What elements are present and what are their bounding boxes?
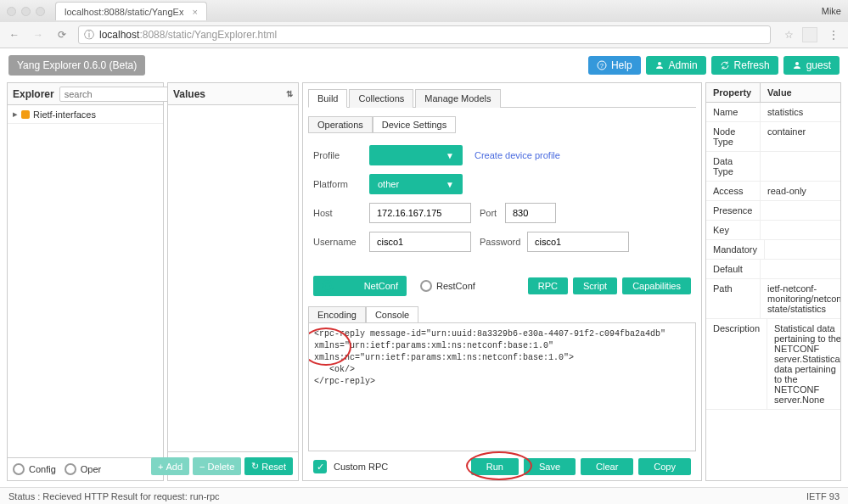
prop-value: Statistical data pertaining to the NETCO… — [767, 319, 840, 409]
restconf-radio[interactable]: RestConf — [420, 280, 475, 292]
url-port: :8088 — [139, 29, 165, 41]
property-row: Namestatistics — [706, 103, 840, 122]
sort-icon[interactable]: ⇅ — [286, 89, 293, 98]
explorer-head: Explorer — [8, 83, 163, 105]
address-bar: ← → ⟳ ⓘ localhost:8088/static/YangExplor… — [0, 22, 848, 48]
port-label: Port — [480, 208, 505, 218]
tab-collections[interactable]: Collections — [349, 89, 413, 108]
console-output[interactable]: <rpc-reply message-id="urn:uuid:8a3329b6… — [308, 322, 696, 451]
prop-name: Description — [706, 319, 767, 409]
admin-button[interactable]: Admin — [646, 56, 706, 75]
subtab-device-settings[interactable]: Device Settings — [373, 116, 456, 133]
protocol-row: NetConf RestConf RPC Script Capabilities — [308, 276, 696, 296]
col-property: Property — [706, 83, 761, 103]
subtab-operations[interactable]: Operations — [308, 116, 373, 133]
svg-point-2 — [658, 62, 661, 65]
password-label: Password — [480, 237, 527, 247]
reset-button[interactable]: ↻ Reset — [244, 457, 293, 475]
chevron-down-icon: ▼ — [446, 180, 454, 189]
delete-button[interactable]: − Delete — [193, 457, 241, 475]
values-panel: Values ⇅ + Add − Delete ↻ Reset — [167, 82, 299, 481]
profile-select[interactable]: ▼ — [369, 145, 463, 165]
status-bar: Status : Recieved HTTP Result for reques… — [0, 487, 848, 504]
device-form: Profile ▼ Create device profile Platform… — [308, 145, 696, 260]
tab-console[interactable]: Console — [366, 306, 418, 323]
prop-name: Mandatory — [706, 240, 765, 259]
close-icon[interactable]: × — [192, 7, 197, 17]
prop-value — [761, 201, 840, 220]
values-footer: + Add − Delete ↻ Reset — [168, 451, 298, 480]
script-button[interactable]: Script — [573, 277, 617, 294]
info-icon[interactable]: ⓘ — [84, 28, 94, 42]
menu-icon[interactable]: ⋮ — [826, 27, 841, 42]
status-text: Status : Recieved HTTP Result for reques… — [8, 491, 220, 501]
property-row: Default — [706, 260, 840, 279]
guest-button[interactable]: guest — [783, 56, 840, 75]
prop-name: Path — [706, 279, 761, 318]
capabilities-button[interactable]: Capabilities — [622, 277, 691, 294]
save-button[interactable]: Save — [524, 458, 576, 475]
run-button[interactable]: Run — [471, 458, 519, 475]
profile-name[interactable]: Mike — [822, 6, 841, 16]
prop-name: Key — [706, 221, 761, 239]
prop-name: Access — [706, 182, 761, 200]
refresh-button[interactable]: Refresh — [711, 56, 778, 75]
tab-build[interactable]: Build — [308, 89, 347, 108]
help-button[interactable]: ?Help — [588, 56, 641, 75]
config-radio[interactable]: Config — [13, 463, 56, 475]
tree-item-label: Rietf-interfaces — [33, 109, 96, 120]
module-icon — [21, 110, 30, 119]
prop-value — [765, 240, 840, 259]
chevron-right-icon: ▸ — [13, 109, 18, 120]
property-row: Key — [706, 221, 840, 240]
tab-encoding[interactable]: Encoding — [308, 306, 366, 323]
property-row: Pathietf-netconf-monitoring/netconf-stat… — [706, 279, 840, 319]
prop-name: Data Type — [706, 152, 761, 181]
property-row: Data Type — [706, 152, 840, 182]
tab-manage-models[interactable]: Manage Models — [415, 89, 500, 108]
svg-text:?: ? — [600, 63, 604, 69]
titlebar: localhost:8088/static/YangEx × Mike — [0, 0, 848, 22]
netconf-radio[interactable]: NetConf — [313, 276, 407, 296]
url-input[interactable]: ⓘ localhost:8088/static/YangExplorer.htm… — [78, 25, 771, 44]
main: Explorer ▸ Rietf-interfaces Config Oper … — [0, 82, 848, 481]
add-button[interactable]: + Add — [151, 457, 189, 475]
extension-icon[interactable] — [802, 27, 817, 42]
back-icon[interactable]: ← — [7, 27, 22, 42]
password-input[interactable] — [527, 232, 629, 252]
properties-panel: Property Value NamestatisticsNode Typeco… — [705, 82, 841, 481]
oper-radio[interactable]: Oper — [65, 463, 101, 475]
clear-button[interactable]: Clear — [581, 458, 633, 475]
property-row: DescriptionStatistical data pertaining t… — [706, 319, 840, 410]
values-title: Values — [173, 88, 205, 100]
property-row: Accessread-only — [706, 182, 840, 201]
host-label: Host — [313, 208, 369, 218]
copy-button[interactable]: Copy — [638, 458, 691, 475]
port-input[interactable] — [505, 203, 556, 223]
tree-item-ietf-interfaces[interactable]: ▸ Rietf-interfaces — [8, 105, 163, 124]
traffic-lights — [7, 7, 45, 16]
reload-icon[interactable]: ⟳ — [54, 27, 70, 42]
profile-label: Profile — [313, 150, 369, 160]
app-header: Yang Explorer 0.6.0 (Beta) ?Help Admin R… — [0, 48, 848, 82]
custom-rpc-label: Custom RPC — [334, 462, 388, 472]
property-row: Presence — [706, 201, 840, 221]
custom-rpc-checkbox[interactable]: ✓ — [313, 460, 327, 473]
encoding-tabs: Encoding Console — [308, 306, 696, 323]
create-profile-link[interactable]: Create device profile — [475, 150, 560, 160]
prop-name: Node Type — [706, 122, 761, 151]
properties-head: Property Value — [706, 83, 840, 103]
prop-name: Presence — [706, 201, 761, 220]
explorer-title: Explorer — [13, 88, 54, 100]
rpc-button[interactable]: RPC — [528, 277, 568, 294]
properties-body: NamestatisticsNode TypecontainerData Typ… — [706, 103, 840, 480]
app-title: Yang Explorer 0.6.0 (Beta) — [8, 55, 145, 76]
host-input[interactable] — [369, 203, 471, 223]
prop-name: Name — [706, 103, 761, 121]
url-path: /static/YangExplorer.html — [165, 29, 277, 41]
username-input[interactable] — [369, 232, 471, 252]
browser-tab[interactable]: localhost:8088/static/YangEx × — [55, 2, 207, 20]
bookmark-icon[interactable]: ☆ — [784, 29, 794, 41]
platform-select[interactable]: other▼ — [369, 174, 463, 194]
values-head: Values ⇅ — [168, 83, 298, 105]
